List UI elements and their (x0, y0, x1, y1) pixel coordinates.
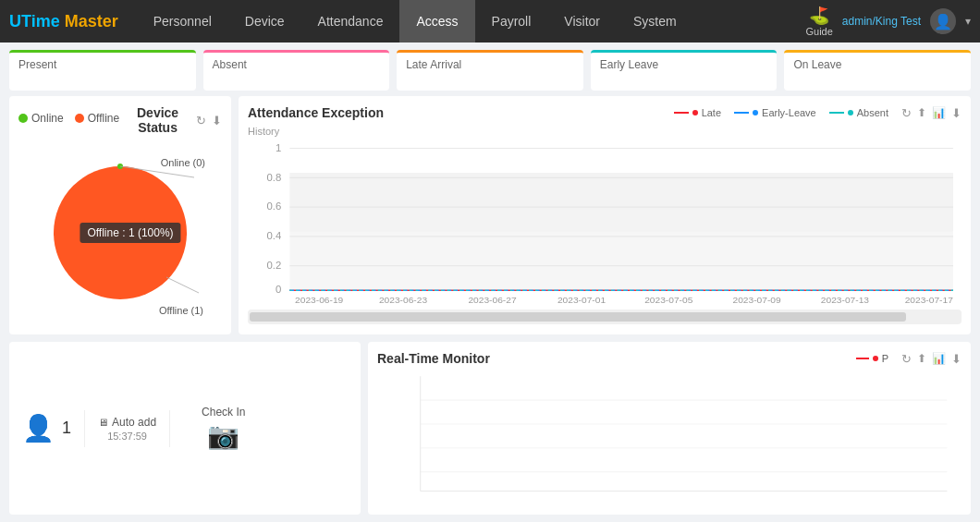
attendance-download-icon[interactable]: ⬇ (951, 106, 962, 120)
checkin-section: Check In 📷 (202, 406, 245, 451)
nav-item-system[interactable]: System (617, 0, 693, 42)
user-info[interactable]: admin/King Test (842, 15, 921, 28)
svg-line-3 (166, 277, 199, 293)
person-count-area: 👤 1 (22, 413, 71, 443)
user-avatar[interactable]: 👤 (930, 8, 956, 34)
attendance-chart-area: History 1 0.8 0.6 0.4 0.2 0 2023-06-19 2… (248, 126, 962, 310)
attendance-exception-panel: Attendance Exception Late Early-Leave (239, 96, 971, 334)
svg-text:0.8: 0.8 (267, 172, 282, 183)
chart-scrollbar-thumb[interactable] (250, 312, 906, 322)
status-card-early-leave[interactable]: Early Leave (591, 50, 778, 91)
device-status-panel: Online Offline Device Status ↻ ⬇ (9, 96, 231, 334)
svg-rect-24 (289, 173, 953, 232)
attendance-refresh-icon[interactable]: ↻ (901, 106, 912, 120)
svg-text:0: 0 (276, 285, 281, 296)
realtime-actions: ↻ ⬆ 📊 ⬇ (901, 352, 962, 366)
svg-text:2023-07-01: 2023-07-01 (557, 295, 606, 305)
auto-add-time: 15:37:59 (107, 431, 147, 442)
status-card-absent[interactable]: Absent (203, 50, 390, 91)
legend-late: Late (674, 107, 721, 118)
pie-chart-container: Online (0) Offline (1) Offline : 1 (100%… (18, 140, 222, 325)
checkin-divider-2 (169, 410, 170, 447)
legend-dot-online (18, 114, 28, 123)
pie-online-label: Online (0) (161, 157, 205, 168)
status-card-on-leave[interactable]: On Leave (784, 50, 971, 91)
svg-text:0.6: 0.6 (267, 201, 282, 212)
auto-add-text: Auto add (112, 416, 156, 429)
checkin-divider-1 (84, 410, 85, 447)
legend-absent-label: Absent (857, 107, 888, 118)
realtime-title: Real-Time Monitor (377, 351, 490, 366)
status-card-late-arrival-label: Late Arrival (406, 58, 574, 71)
device-panel-actions: ↻ ⬇ (196, 114, 222, 127)
status-card-present-label: Present (18, 58, 187, 71)
legend-offline-label: Offline (88, 112, 119, 125)
attendance-chart-svg: 1 0.8 0.6 0.4 0.2 0 2023-06-19 2023-06-2… (248, 139, 962, 305)
legend-online-label: Online (31, 112, 64, 125)
realtime-header-right: P ↻ ⬆ 📊 ⬇ (856, 352, 962, 366)
status-cards-row: Present Absent Late Arrival Early Leave … (0, 42, 980, 96)
realtime-header: Real-Time Monitor P ↻ ⬆ 📊 ⬇ (377, 351, 962, 366)
realtime-download-icon[interactable]: ⬇ (951, 352, 962, 366)
main-content: Online Offline Device Status ↻ ⬇ (0, 96, 980, 342)
svg-text:0.2: 0.2 (267, 260, 282, 271)
checkin-label: Check In (202, 406, 245, 419)
realtime-upload-icon[interactable]: ⬆ (917, 352, 926, 366)
attendance-actions: ↻ ⬆ 📊 ⬇ (901, 106, 962, 120)
svg-rect-25 (289, 232, 953, 291)
bottom-row: 👤 1 🖥 Auto add 15:37:59 Check In 📷 Real-… (0, 342, 980, 522)
legend-late-label: Late (702, 107, 721, 118)
auto-add-section: 🖥 Auto add 15:37:59 (98, 416, 156, 442)
realtime-legend: P (856, 353, 888, 364)
status-card-absent-label: Absent (213, 58, 381, 71)
person-icon: 👤 (22, 413, 55, 443)
guide-label: Guide (805, 26, 832, 37)
checkin-panel: 👤 1 🖥 Auto add 15:37:59 Check In 📷 (9, 342, 361, 515)
svg-text:2023-07-09: 2023-07-09 (733, 295, 782, 305)
legend-absent: Absent (829, 107, 888, 118)
nav-item-personnel[interactable]: Personnel (137, 0, 228, 42)
device-download-icon[interactable]: ⬇ (212, 114, 222, 127)
nav-item-visitor[interactable]: Visitor (547, 0, 617, 42)
nav-item-attendance[interactable]: Attendance (301, 0, 400, 42)
realtime-legend-p: P (882, 353, 888, 364)
realtime-chart-icon[interactable]: 📊 (932, 352, 946, 366)
status-card-on-leave-label: On Leave (793, 58, 962, 71)
pie-tooltip: Offline : 1 (100%) (80, 223, 180, 243)
device-legend: Online Offline (18, 112, 119, 125)
status-card-present[interactable]: Present (9, 50, 196, 91)
device-status-title: Device Status (137, 105, 178, 135)
camera-icon: 📷 (207, 420, 239, 451)
attendance-upload-icon[interactable]: ⬆ (917, 106, 926, 120)
svg-text:2023-06-23: 2023-06-23 (379, 295, 428, 305)
svg-text:2023-07-05: 2023-07-05 (644, 295, 693, 305)
realtime-chart-svg (377, 371, 962, 505)
legend-offline: Offline (75, 112, 119, 125)
status-card-early-leave-label: Early Leave (600, 58, 768, 71)
legend-online: Online (18, 112, 64, 125)
guide-icon: ⛳ (809, 6, 829, 26)
svg-text:1: 1 (276, 142, 281, 153)
nav-item-access[interactable]: Access (399, 0, 474, 42)
svg-text:2023-06-19: 2023-06-19 (295, 295, 344, 305)
logo-u: U (9, 12, 21, 30)
realtime-monitor-panel: Real-Time Monitor P ↻ ⬆ 📊 ⬇ (368, 342, 971, 515)
nav-items: Personnel Device Attendance Access Payro… (137, 0, 806, 42)
nav-item-payroll[interactable]: Payroll (475, 0, 548, 42)
realtime-refresh-icon[interactable]: ↻ (901, 352, 912, 366)
chart-scrollbar[interactable] (248, 310, 962, 324)
navbar: UTime Master Personnel Device Attendance… (0, 0, 980, 42)
device-panel-header: Online Offline Device Status ↻ ⬇ (18, 105, 222, 135)
legend-early-leave: Early-Leave (734, 107, 816, 118)
logo-time: Time (21, 12, 60, 30)
status-card-late-arrival[interactable]: Late Arrival (397, 50, 583, 91)
device-refresh-icon[interactable]: ↻ (196, 114, 206, 127)
svg-text:2023-07-13: 2023-07-13 (821, 295, 870, 305)
attendance-chart-icon[interactable]: 📊 (932, 106, 946, 120)
nav-item-device[interactable]: Device (228, 0, 301, 42)
user-dropdown-icon[interactable]: ▾ (965, 15, 971, 28)
auto-add-label: 🖥 Auto add (98, 416, 156, 429)
guide-area[interactable]: ⛳ Guide (805, 6, 832, 37)
svg-text:2023-06-27: 2023-06-27 (468, 295, 516, 305)
attendance-header: Attendance Exception Late Early-Leave (248, 105, 962, 120)
